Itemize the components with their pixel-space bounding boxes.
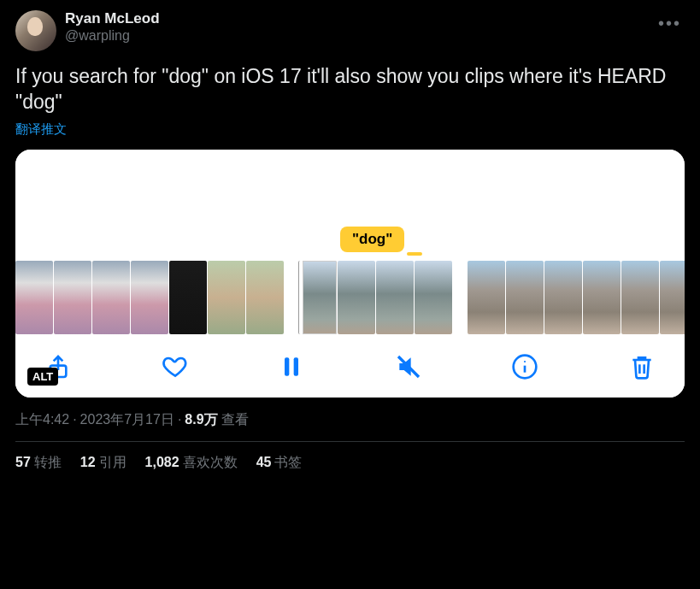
media-card[interactable]: "dog" [15, 150, 685, 398]
retweets-stat[interactable]: 57转推 [15, 454, 62, 472]
tweet-card: Ryan McLeod @warpling ••• If you search … [0, 0, 700, 484]
audio-tag: "dog" [340, 227, 404, 252]
avatar[interactable] [15, 10, 56, 51]
handle: @warpling [65, 28, 646, 44]
clip-frame [544, 261, 582, 334]
clip-frame [92, 261, 130, 334]
bookmarks-stat[interactable]: 45书签 [256, 454, 303, 472]
trash-icon[interactable] [626, 351, 657, 382]
media-blank-area [15, 150, 685, 227]
svg-rect-2 [294, 357, 298, 375]
clip-frame [468, 261, 505, 334]
clip-group [468, 261, 685, 333]
more-icon[interactable]: ••• [655, 10, 685, 37]
clip-frame [506, 261, 544, 334]
clip-frame [660, 261, 685, 334]
quotes-stat[interactable]: 12引用 [80, 454, 126, 472]
clip-frame [131, 261, 168, 334]
info-icon[interactable] [509, 351, 540, 382]
clip-frame [208, 261, 245, 334]
tweet-date[interactable]: 2023年7月17日 [80, 412, 174, 427]
views-count: 8.9万 [185, 412, 217, 427]
tweet-meta: 上午4:42·2023年7月17日·8.9万 查看 [15, 411, 685, 442]
tweet-body: If you search for "dog" on iOS 17 it'll … [15, 63, 685, 115]
tweet-stats: 57转推 12引用 1,082喜欢次数 45书签 [15, 442, 685, 484]
display-name: Ryan McLeod [65, 10, 646, 27]
clip-frame-playhead[interactable] [299, 261, 337, 334]
author-names[interactable]: Ryan McLeod @warpling [65, 10, 646, 44]
svg-rect-1 [285, 357, 289, 375]
views-label: 查看 [221, 412, 249, 427]
clip-frame [583, 261, 621, 334]
alt-badge[interactable]: ALT [27, 368, 58, 386]
svg-point-6 [524, 361, 526, 362]
clip-frame [246, 261, 284, 334]
clip-frame [621, 261, 659, 334]
heart-icon[interactable] [160, 351, 191, 382]
tweet-time[interactable]: 上午4:42 [15, 412, 69, 427]
tweet-header: Ryan McLeod @warpling ••• [15, 10, 685, 51]
clip-frame [376, 261, 414, 334]
clip-group [15, 261, 284, 333]
tag-row: "dog" [15, 227, 685, 257]
clip-frame [169, 261, 207, 334]
clip-frame [15, 261, 53, 334]
translate-link[interactable]: 翻译推文 [15, 121, 685, 138]
video-timeline[interactable] [15, 257, 685, 339]
pause-icon[interactable] [276, 351, 307, 382]
audio-tag-tick [407, 252, 422, 256]
clip-frame [338, 261, 375, 334]
likes-stat[interactable]: 1,082喜欢次数 [145, 454, 238, 472]
clip-frame [54, 261, 91, 334]
clip-frame [415, 261, 452, 334]
mute-icon[interactable] [393, 351, 424, 382]
media-toolbar [15, 339, 685, 398]
clip-group [299, 261, 452, 333]
